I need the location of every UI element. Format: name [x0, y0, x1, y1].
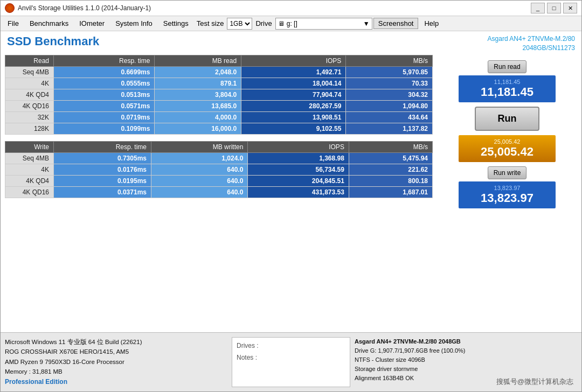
read-table-row: Seq 4MB 0.6699ms 2,048.0 1,492.71 5,970.… — [5, 66, 433, 78]
write-mb: 1,024.0 — [151, 152, 247, 164]
read-table-row: 4K 0.0555ms 879.1 18,004.14 70.33 — [5, 78, 433, 89]
read-score-label: 11,181.45 — [465, 79, 549, 85]
write-mbs: 800.18 — [349, 175, 432, 186]
drive-value: g: [] — [287, 20, 297, 27]
test-size-label: Test size — [195, 18, 226, 29]
read-iops: 13,908.51 — [241, 111, 346, 123]
read-score-box: 11,181.45 11,181.45 — [459, 75, 556, 102]
test-size-select[interactable]: 1GB — [227, 18, 252, 30]
header-row: SSD Benchmark Asgard AN4+ 2TNVMe-M.2/80 … — [1, 31, 581, 55]
read-row-label: 128K — [5, 123, 54, 134]
menu-system-info[interactable]: System Info — [110, 17, 157, 30]
write-mbs: 221.62 — [349, 164, 432, 175]
read-iops: 18,004.14 — [241, 78, 346, 89]
resp-time-col-header: Resp. time — [54, 55, 155, 66]
read-col-header: Read — [5, 55, 54, 66]
status-bar: Microsoft Windows 11 专业版 64 位 Build (226… — [1, 332, 581, 391]
read-mbs: 304.32 — [346, 89, 433, 100]
run-read-button[interactable]: Run read — [488, 60, 526, 73]
read-table-row: 128K 0.1099ms 16,000.0 9,102.55 1,137.82 — [5, 123, 433, 134]
minimize-button[interactable]: _ — [531, 3, 545, 13]
read-table-row: 32K 0.0719ms 4,000.0 13,908.51 434.64 — [5, 111, 433, 123]
read-mbs: 70.33 — [346, 78, 433, 89]
write-table-row: 4K 0.0176ms 640.0 56,734.59 221.62 — [5, 164, 433, 175]
drive-icon: 🖥 — [278, 20, 285, 27]
ssd-benchmark-title: SSD Benchmark — [7, 34, 99, 48]
edition-label: Professional Edition — [5, 377, 227, 387]
read-mb: 4,000.0 — [155, 111, 241, 123]
drive-label: Drive — [253, 18, 274, 29]
read-resp-time: 0.0571ms — [54, 100, 155, 111]
run-panel: Run read 11,181.45 11,181.45 Run 25,005.… — [437, 55, 577, 332]
write-score-label: 13,823.97 — [465, 185, 549, 191]
write-table-row: Seq 4MB 0.7305ms 1,024.0 1,368.98 5,475.… — [5, 152, 433, 164]
benchmark-section: Read Resp. time MB read IOPS MB/s Seq 4M… — [1, 55, 581, 332]
app-icon — [5, 3, 15, 13]
status-right-line: NTFS - Cluster size 4096B — [355, 355, 577, 365]
menu-file[interactable]: File — [3, 17, 24, 30]
screenshot-button[interactable]: Screenshot — [373, 18, 419, 29]
status-right-line: Asgard AN4+ 2TNVMe-M.2/80 2048GB — [355, 337, 577, 346]
read-mb: 879.1 — [155, 78, 241, 89]
write-mb: 640.0 — [151, 186, 247, 198]
total-score-box: 25,005.42 25,005.42 — [459, 135, 556, 162]
write-iops: 56,734.59 — [248, 164, 349, 175]
mb-written-col-header: MB written — [151, 141, 247, 152]
read-row-label: 4K QD16 — [5, 100, 54, 111]
window-title: Anvil's Storage Utilities 1.1.0 (2014-Ja… — [18, 4, 151, 12]
title-bar: Anvil's Storage Utilities 1.1.0 (2014-Ja… — [1, 1, 581, 16]
read-mbs: 1,137.82 — [346, 123, 433, 134]
drive-info-line1: Asgard AN4+ 2TNVMe-M.2/80 — [488, 34, 575, 44]
read-row-label: 4K QD4 — [5, 89, 54, 100]
write-row-label: 4K — [5, 164, 54, 175]
write-table-row: 4K QD4 0.0195ms 640.0 204,845.51 800.18 — [5, 175, 433, 186]
read-table: Read Resp. time MB read IOPS MB/s Seq 4M… — [5, 55, 433, 135]
close-button[interactable]: ✕ — [563, 3, 577, 13]
read-table-row: 4K QD4 0.0513ms 3,804.0 77,904.74 304.32 — [5, 89, 433, 100]
run-button[interactable]: Run — [475, 107, 539, 131]
read-mb: 13,685.0 — [155, 100, 241, 111]
menu-help[interactable]: Help — [419, 17, 444, 30]
read-iops: 9,102.55 — [241, 123, 346, 134]
drive-dropdown-icon: ▼ — [363, 20, 370, 27]
maximize-button[interactable]: □ — [547, 3, 561, 13]
write-row-label: 4K QD16 — [5, 186, 54, 198]
write-iops: 204,845.51 — [248, 175, 349, 186]
menu-benchmarks[interactable]: Benchmarks — [25, 17, 73, 30]
write-row-label: 4K QD4 — [5, 175, 54, 186]
read-mb: 3,804.0 — [155, 89, 241, 100]
status-middle: Drives : Notes : — [232, 337, 350, 387]
tables-panel: Read Resp. time MB read IOPS MB/s Seq 4M… — [5, 55, 433, 332]
drive-select[interactable]: 🖥 g: [] ▼ — [275, 18, 372, 30]
mb-read-col-header: MB read — [155, 55, 241, 66]
run-write-group: Run write 13,823.97 13,823.97 — [459, 166, 556, 208]
write-iops: 431,873.53 — [248, 186, 349, 198]
mbs-read-col-header: MB/s — [346, 55, 433, 66]
run-write-button[interactable]: Run write — [488, 166, 527, 179]
read-resp-time: 0.1099ms — [54, 123, 155, 134]
write-score-box: 13,823.97 13,823.97 — [459, 181, 556, 208]
read-mbs: 5,970.85 — [346, 66, 433, 78]
resp-time-write-col-header: Resp. time — [54, 141, 151, 152]
mbs-write-col-header: MB/s — [349, 141, 432, 152]
read-row-label: 32K — [5, 111, 54, 123]
status-right-line: Drive G: 1,907.7/1,907.6GB free (100.0%) — [355, 346, 577, 355]
read-row-label: Seq 4MB — [5, 66, 54, 78]
watermark: 搜狐号@微型计算机杂志 — [496, 377, 573, 387]
read-mbs: 1,094.80 — [346, 100, 433, 111]
write-row-label: Seq 4MB — [5, 152, 54, 164]
menu-settings[interactable]: Settings — [158, 17, 193, 30]
read-resp-time: 0.0555ms — [54, 78, 155, 89]
drives-label: Drives : — [237, 342, 345, 349]
iops-write-col-header: IOPS — [248, 141, 349, 152]
write-resp-time: 0.0371ms — [54, 186, 151, 198]
status-line-1: Microsoft Windows 11 专业版 64 位 Build (226… — [5, 337, 227, 347]
write-mbs: 5,475.94 — [349, 152, 432, 164]
read-iops: 77,904.74 — [241, 89, 346, 100]
read-mb: 2,048.0 — [155, 66, 241, 78]
read-resp-time: 0.0719ms — [54, 111, 155, 123]
write-table: Write Resp. time MB written IOPS MB/s Se… — [5, 141, 433, 198]
menu-iometer[interactable]: IOmeter — [74, 17, 109, 30]
status-line-4: Memory : 31,881 MB — [5, 367, 227, 376]
write-resp-time: 0.0176ms — [54, 164, 151, 175]
